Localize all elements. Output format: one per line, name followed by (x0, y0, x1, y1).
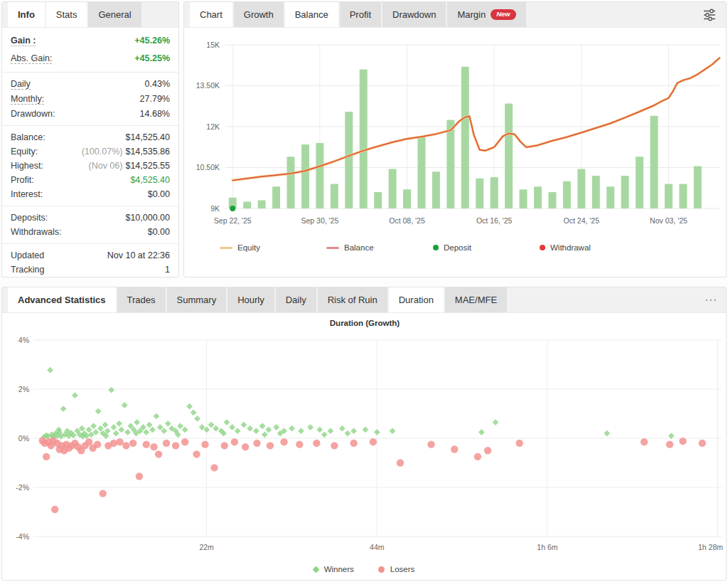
legend-item-winners[interactable]: Winners (314, 565, 354, 573)
scatter-point-loser (99, 490, 106, 497)
stat-row-abs-gain: Abs. Gain: +45.25% (11, 50, 170, 68)
scatter-point-winner (149, 427, 156, 433)
tab-stats[interactable]: Stats (46, 2, 87, 27)
x-tick-label: Sep 30, '25 (301, 216, 338, 225)
y-tick-label: 10.50K (196, 163, 220, 171)
scatter-point-loser (699, 440, 706, 447)
scatter-point-winner (161, 428, 167, 434)
scatter-point-loser (201, 440, 208, 448)
y-tick-label: 0% (18, 434, 29, 443)
volume-bar (316, 143, 323, 208)
scatter-point-winner (247, 425, 253, 432)
volume-bar (563, 181, 571, 208)
withdrawal-dot-swatch (540, 245, 545, 250)
volume-bar (272, 186, 280, 208)
tab-general[interactable]: General (88, 2, 141, 27)
volume-bar (389, 169, 397, 208)
tab-summary[interactable]: Summary (167, 287, 227, 312)
x-tick-label: 22m (199, 543, 214, 551)
x-tick-label: 1h 28m (698, 543, 723, 551)
new-badge: New (491, 9, 516, 20)
volume-bar (243, 201, 251, 208)
scatter-point-winner (241, 422, 247, 428)
scatter-point-loser (296, 440, 303, 448)
withdrawals-label: Withdrawals: (11, 227, 62, 237)
scatter-point-winner (143, 429, 149, 435)
volume-bar (476, 179, 483, 208)
updated-label: Updated (11, 250, 44, 260)
stat-row-monthly: Monthly: 27.79% (11, 92, 170, 107)
tab-growth[interactable]: Growth (234, 2, 284, 27)
y-tick-label: 13.50K (196, 81, 220, 90)
scatter-point-winner (157, 424, 164, 430)
stats-toolbar: ⋯ (705, 287, 726, 312)
ellipsis-icon[interactable]: ⋯ (705, 294, 717, 306)
balance-section: Balance: $14,525.40 Equity: (100.07%)$14… (2, 126, 178, 206)
abs-gain-value: +45.25% (134, 53, 170, 63)
y-tick-label: 2% (18, 385, 29, 393)
deposit-dot-swatch (433, 245, 439, 250)
tab-profit[interactable]: Profit (340, 2, 381, 27)
stat-row-equity: Equity: (100.07%)$14,535.86 (11, 144, 170, 159)
volume-bar (520, 189, 528, 208)
equity-line-swatch (220, 247, 232, 249)
balance-chart: 9K10.50K12K13.50K15KSep 22, '25Sep 30, '… (184, 28, 727, 234)
tab-mae-mfe[interactable]: MAE/MFE (445, 287, 507, 312)
scatter-point-winner (90, 423, 97, 429)
scatter-point-loser (267, 442, 274, 449)
stat-row-interest: Interest: $0.00 (11, 187, 170, 201)
info-tabstrip: Info Stats General (2, 2, 178, 28)
tab-daily[interactable]: Daily (276, 287, 316, 312)
legend-item-equity[interactable]: Equity (220, 243, 326, 252)
daily-label: Daily (11, 79, 31, 90)
stat-row-tracking: Tracking 1 (11, 263, 170, 277)
tab-trades[interactable]: Trades (117, 287, 166, 312)
scatter-point-loser (370, 438, 377, 445)
gain-section: Gain : +45.26% Abs. Gain: +45.25% (2, 28, 178, 73)
x-tick-label: 44m (370, 543, 385, 551)
scatter-point-loser (136, 472, 143, 480)
tab-risk-of-ruin[interactable]: Risk of Ruin (318, 287, 387, 312)
volume-bar (665, 184, 673, 209)
scatter-point-winner (344, 430, 350, 437)
tab-info[interactable]: Info (8, 2, 45, 27)
scatter-point-winner (390, 428, 396, 434)
tab-chart[interactable]: Chart (190, 2, 232, 27)
volume-bar (505, 103, 513, 208)
sliders-icon[interactable] (702, 8, 717, 22)
scatter-point-loser (280, 438, 287, 445)
legend-item-balance[interactable]: Balance (326, 243, 433, 252)
volume-bar (548, 192, 556, 208)
scatter-point-winner (47, 367, 53, 374)
volume-bar (636, 157, 643, 208)
stat-row-highest: Highest: (Nov 06)$14,525.55 (11, 159, 170, 173)
scatter-point-winner (177, 423, 183, 429)
volume-bar (374, 192, 382, 208)
profit-value: $4,525.40 (130, 175, 170, 185)
scatter-title: Duration (Growth) (330, 319, 400, 327)
legend-item-withdrawal[interactable]: Withdrawal (540, 243, 646, 252)
scatter-point-winner (273, 424, 279, 430)
tab-margin[interactable]: Margin New (447, 2, 525, 27)
tab-advanced-statistics[interactable]: Advanced Statistics (8, 287, 116, 312)
legend-item-deposit[interactable]: Deposit (433, 243, 540, 252)
tab-drawdown[interactable]: Drawdown (382, 2, 446, 27)
scatter-point-loser (155, 450, 162, 457)
monthly-value: 27.79% (140, 94, 170, 104)
y-tick-label: 4% (18, 336, 29, 344)
scatter-point-winner (95, 408, 102, 415)
scatter-point-loser (666, 440, 673, 448)
stat-row-drawdown: Drawdown: 14.68% (11, 107, 170, 121)
scatter-point-winner (208, 422, 215, 428)
tab-hourly[interactable]: Hourly (228, 287, 274, 312)
scatter-point-loser (210, 464, 218, 471)
legend-item-losers[interactable]: Losers (378, 565, 415, 573)
tab-balance[interactable]: Balance (285, 2, 338, 27)
scatter-point-winner (253, 428, 259, 434)
scatter-point-winner (118, 427, 124, 433)
chart-panel: Chart Growth Balance Profit Drawdown Mar… (183, 1, 727, 277)
highest-date: (Nov 06) (89, 161, 123, 171)
volume-bar (417, 136, 425, 208)
scatter-point-winner (213, 425, 219, 432)
tab-duration[interactable]: Duration (389, 287, 444, 312)
